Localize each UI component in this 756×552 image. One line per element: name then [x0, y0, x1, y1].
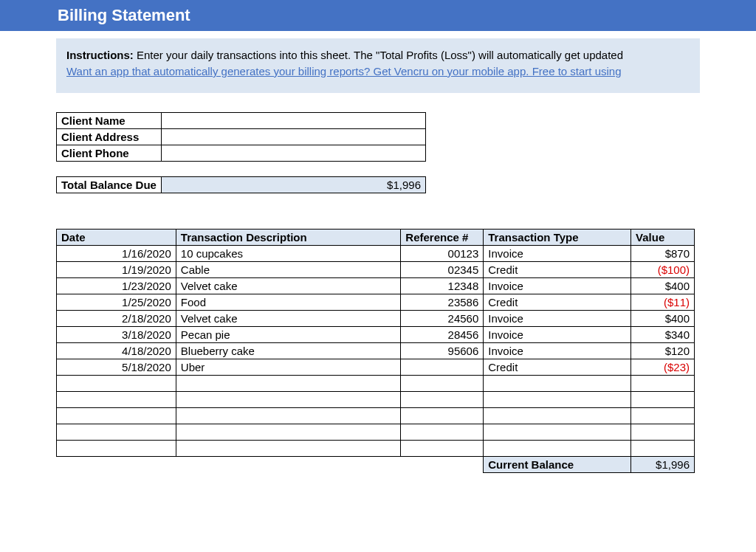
tx-value-cell[interactable]: $400 [631, 310, 695, 326]
tx-type-cell[interactable] [484, 391, 631, 407]
table-row: 1/25/2020Food23586Credit($11) [57, 294, 695, 310]
client-phone-row: Client Phone [57, 145, 426, 161]
tx-date-cell[interactable]: 3/18/2020 [57, 326, 176, 342]
tx-type-cell[interactable] [484, 407, 631, 424]
table-row: 1/19/2020Cable02345Credit($100) [57, 261, 695, 277]
tx-type-cell[interactable]: Invoice [484, 310, 631, 326]
tx-date-cell[interactable] [57, 424, 176, 440]
tx-type-cell[interactable]: Invoice [484, 245, 631, 261]
tx-type-cell[interactable]: Credit [484, 261, 631, 277]
tx-ref-cell[interactable] [401, 391, 484, 407]
tx-ref-cell[interactable] [401, 407, 484, 424]
tx-header-desc: Transaction Description [176, 229, 401, 245]
table-row: 1/16/202010 cupcakes00123Invoice$870 [57, 245, 695, 261]
current-balance-value: $1,996 [631, 456, 695, 472]
tx-ref-cell[interactable]: 12348 [401, 277, 484, 294]
tx-desc-cell[interactable] [176, 391, 401, 407]
instructions-box: Instructions: Enter your daily transacti… [56, 38, 700, 93]
tx-type-cell[interactable]: Invoice [484, 326, 631, 342]
tx-ref-cell[interactable] [401, 440, 484, 456]
tx-value-cell[interactable] [631, 391, 695, 407]
balance-summary-table: Total Balance Due $1,996 [56, 176, 426, 193]
page-title: Billing Statement [58, 6, 190, 25]
tx-value-cell[interactable] [631, 440, 695, 456]
tx-desc-cell[interactable] [176, 440, 401, 456]
tx-date-cell[interactable] [57, 440, 176, 456]
tx-ref-cell[interactable] [401, 359, 484, 375]
tx-ref-cell[interactable]: 24560 [401, 310, 484, 326]
client-name-label: Client Name [57, 112, 162, 128]
tx-date-cell[interactable]: 2/18/2020 [57, 310, 176, 326]
table-row [57, 440, 695, 456]
tx-date-cell[interactable]: 5/18/2020 [57, 359, 176, 375]
instructions-label: Instructions: [66, 49, 134, 61]
table-row [57, 424, 695, 440]
tx-desc-cell[interactable]: Uber [176, 359, 401, 375]
table-row [57, 375, 695, 391]
client-address-label: Client Address [57, 128, 162, 145]
tx-header-type: Transaction Type [484, 229, 631, 245]
tx-ref-cell[interactable]: 00123 [401, 245, 484, 261]
table-row: 5/18/2020UberCredit($23) [57, 359, 695, 375]
tx-value-cell[interactable]: $870 [631, 245, 695, 261]
tx-type-cell[interactable]: Invoice [484, 277, 631, 294]
tx-type-cell[interactable]: Invoice [484, 342, 631, 359]
client-info-table: Client Name Client Address Client Phone [56, 112, 426, 162]
tx-date-cell[interactable] [57, 375, 176, 391]
tx-value-cell[interactable]: ($100) [631, 261, 695, 277]
content-area: Instructions: Enter your daily transacti… [0, 38, 756, 473]
tx-value-cell[interactable]: $400 [631, 277, 695, 294]
tx-desc-cell[interactable]: 10 cupcakes [176, 245, 401, 261]
tx-date-cell[interactable] [57, 391, 176, 407]
tx-desc-cell[interactable] [176, 375, 401, 391]
promo-link[interactable]: Want an app that automatically generates… [66, 65, 622, 77]
tx-desc-cell[interactable]: Blueberry cake [176, 342, 401, 359]
tx-header-value: Value [631, 229, 695, 245]
client-name-input[interactable] [162, 112, 426, 128]
tx-value-cell[interactable] [631, 424, 695, 440]
tx-desc-cell[interactable] [176, 424, 401, 440]
tx-type-cell[interactable] [484, 375, 631, 391]
current-balance-row: Current Balance $1,996 [57, 456, 695, 472]
tx-type-cell[interactable]: Credit [484, 359, 631, 375]
tx-value-cell[interactable]: ($11) [631, 294, 695, 310]
transactions-table: Date Transaction Description Reference #… [56, 229, 695, 473]
table-row [57, 407, 695, 424]
page-title-bar: Billing Statement [0, 0, 756, 31]
tx-ref-cell[interactable] [401, 375, 484, 391]
tx-type-cell[interactable] [484, 440, 631, 456]
tx-date-cell[interactable]: 1/25/2020 [57, 294, 176, 310]
tx-value-cell[interactable]: $340 [631, 326, 695, 342]
tx-ref-cell[interactable]: 28456 [401, 326, 484, 342]
table-row: 4/18/2020Blueberry cake95606Invoice$120 [57, 342, 695, 359]
client-phone-input[interactable] [162, 145, 426, 161]
tx-date-cell[interactable]: 1/19/2020 [57, 261, 176, 277]
tx-value-cell[interactable] [631, 407, 695, 424]
client-address-input[interactable] [162, 128, 426, 145]
tx-desc-cell[interactable]: Cable [176, 261, 401, 277]
tx-ref-cell[interactable]: 02345 [401, 261, 484, 277]
tx-desc-cell[interactable]: Pecan pie [176, 326, 401, 342]
tx-desc-cell[interactable]: Velvet cake [176, 277, 401, 294]
tx-value-cell[interactable]: ($23) [631, 359, 695, 375]
tx-date-cell[interactable]: 1/16/2020 [57, 245, 176, 261]
table-row: 3/18/2020Pecan pie28456Invoice$340 [57, 326, 695, 342]
tx-type-cell[interactable] [484, 424, 631, 440]
tx-date-cell[interactable]: 4/18/2020 [57, 342, 176, 359]
tx-type-cell[interactable]: Credit [484, 294, 631, 310]
tx-value-cell[interactable] [631, 375, 695, 391]
tx-date-cell[interactable] [57, 407, 176, 424]
tx-date-cell[interactable]: 1/23/2020 [57, 277, 176, 294]
table-row [57, 391, 695, 407]
tx-value-cell[interactable]: $120 [631, 342, 695, 359]
tx-header-row: Date Transaction Description Reference #… [57, 229, 695, 245]
total-balance-label: Total Balance Due [57, 176, 162, 193]
tx-ref-cell[interactable]: 23586 [401, 294, 484, 310]
instructions-text: Enter your daily transactions into this … [134, 49, 623, 61]
tx-ref-cell[interactable]: 95606 [401, 342, 484, 359]
tx-ref-cell[interactable] [401, 424, 484, 440]
tx-desc-cell[interactable]: Food [176, 294, 401, 310]
tx-desc-cell[interactable]: Velvet cake [176, 310, 401, 326]
table-row: 1/23/2020Velvet cake12348Invoice$400 [57, 277, 695, 294]
tx-desc-cell[interactable] [176, 407, 401, 424]
